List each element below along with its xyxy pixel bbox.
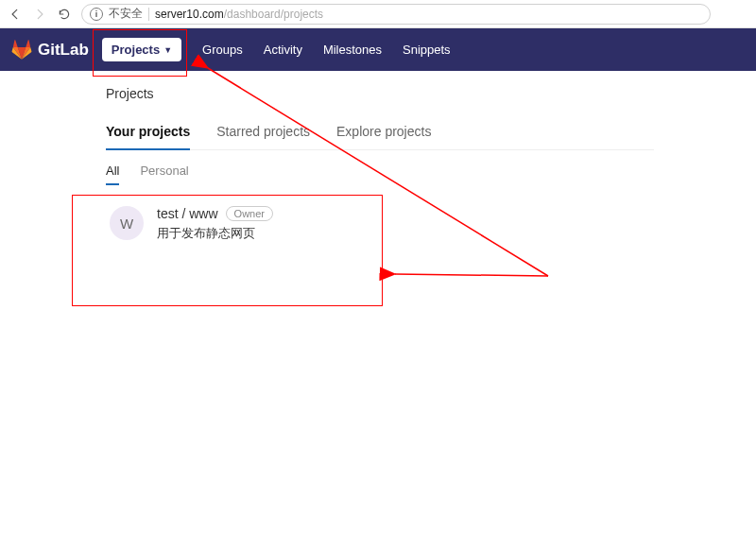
info-icon: i <box>90 8 103 21</box>
project-path-text[interactable]: test / www <box>157 206 218 221</box>
role-badge: Owner <box>226 206 273 221</box>
chevron-down-icon: ▼ <box>163 45 172 55</box>
nav-link-snippets[interactable]: Snippets <box>403 43 451 57</box>
tab-explore-projects[interactable]: Explore projects <box>336 124 431 149</box>
reload-icon[interactable] <box>57 7 72 22</box>
annotation-arrow-side <box>395 274 548 276</box>
page-body: Projects Your projects Starred projects … <box>0 71 756 255</box>
urlbar-divider <box>148 8 149 21</box>
project-description: 用于发布静态网页 <box>157 225 273 242</box>
url-bar[interactable]: i 不安全 server10.com/dashboard/projects <box>81 4 711 25</box>
project-path: test / www Owner <box>157 206 273 221</box>
projects-dropdown[interactable]: Projects ▼ <box>102 38 181 61</box>
project-avatar: W <box>110 206 144 240</box>
brand-label: GitLab <box>38 41 89 60</box>
project-row[interactable]: W test / www Owner 用于发布静态网页 <box>106 193 756 255</box>
project-tabs: Your projects Starred projects Explore p… <box>106 124 654 150</box>
brand[interactable]: GitLab <box>11 40 89 60</box>
gitlab-logo-icon <box>11 40 32 60</box>
page-title: Projects <box>106 86 756 101</box>
url-text: server10.com/dashboard/projects <box>155 8 323 21</box>
nav-link-groups[interactable]: Groups <box>202 43 243 57</box>
projects-dropdown-label: Projects <box>112 43 160 57</box>
subtab-personal[interactable]: Personal <box>140 164 188 185</box>
tab-your-projects[interactable]: Your projects <box>106 124 190 150</box>
nav-link-activity[interactable]: Activity <box>264 43 302 57</box>
tab-starred-projects[interactable]: Starred projects <box>216 124 310 149</box>
browser-chrome: i 不安全 server10.com/dashboard/projects <box>0 0 756 28</box>
nav-link-milestones[interactable]: Milestones <box>323 43 382 57</box>
top-nav: GitLab Projects ▼ Groups Activity Milest… <box>0 28 756 71</box>
project-meta: test / www Owner 用于发布静态网页 <box>157 206 273 242</box>
security-label: 不安全 <box>109 6 143 22</box>
forward-icon[interactable] <box>32 7 47 22</box>
back-icon[interactable] <box>8 7 23 22</box>
project-subtabs: All Personal <box>106 164 756 185</box>
subtab-all[interactable]: All <box>106 164 119 185</box>
